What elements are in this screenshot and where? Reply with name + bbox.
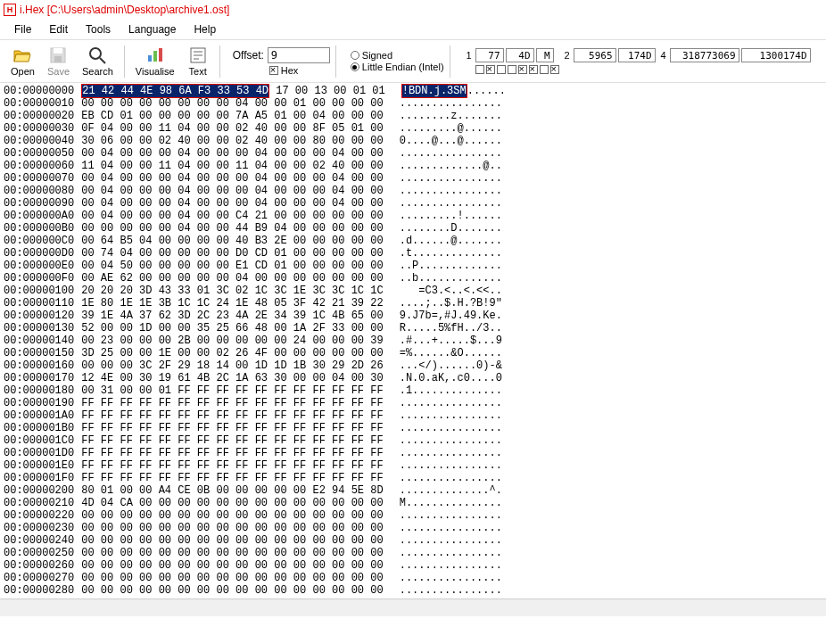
hex-checkbox-label: Hex bbox=[281, 65, 299, 76]
bit-checkbox[interactable] bbox=[497, 65, 506, 74]
byte-width-4: 4 bbox=[661, 50, 668, 61]
window-title: i.Hex [C:\Users\admin\Desktop\archive1.o… bbox=[20, 4, 229, 16]
val-2-dec[interactable] bbox=[574, 48, 616, 62]
menu-tools[interactable]: Tools bbox=[77, 21, 120, 37]
titlebar: H i.Hex [C:\Users\admin\Desktop\archive1… bbox=[0, 0, 826, 20]
open-label: Open bbox=[11, 66, 35, 77]
app-icon: H bbox=[4, 4, 16, 16]
bit-checkbox[interactable] bbox=[508, 65, 516, 74]
endian-radio[interactable] bbox=[351, 62, 359, 71]
menubar: File Edit Tools Language Help bbox=[0, 20, 826, 40]
magnifier-icon bbox=[87, 45, 107, 65]
open-button[interactable]: Open bbox=[5, 44, 40, 78]
svg-rect-1 bbox=[54, 48, 62, 54]
svg-rect-6 bbox=[153, 51, 157, 62]
val-1-char[interactable] bbox=[536, 48, 554, 62]
bit-checkbox[interactable] bbox=[518, 65, 527, 74]
visualise-label: Visualise bbox=[136, 66, 175, 77]
separator bbox=[450, 45, 450, 78]
floppy-icon bbox=[48, 45, 68, 65]
byte-width-1: 1 bbox=[467, 50, 474, 61]
offset-input[interactable] bbox=[268, 47, 330, 63]
svg-line-4 bbox=[100, 58, 105, 63]
value-grid: 1 2 4 bbox=[467, 48, 811, 74]
separator bbox=[219, 45, 220, 78]
svg-rect-2 bbox=[54, 56, 62, 62]
bit-checkbox[interactable] bbox=[529, 65, 538, 74]
separator bbox=[124, 45, 125, 78]
offset-label: Offset: bbox=[233, 49, 264, 62]
offset-panel: Offset: Hex bbox=[233, 47, 330, 76]
bit-checkbox[interactable] bbox=[540, 65, 549, 74]
bit-checkbox[interactable] bbox=[486, 65, 495, 74]
svg-rect-5 bbox=[148, 55, 152, 62]
val-4-dec[interactable] bbox=[670, 48, 739, 62]
save-button[interactable]: Save bbox=[42, 44, 75, 78]
save-label: Save bbox=[47, 66, 70, 77]
menu-language[interactable]: Language bbox=[120, 21, 185, 37]
signed-label: Signed bbox=[362, 50, 392, 61]
endian-label: Little Endian (Intel) bbox=[362, 62, 444, 72]
menu-file[interactable]: File bbox=[5, 21, 40, 37]
chart-icon bbox=[145, 45, 165, 65]
signed-radio[interactable] bbox=[351, 51, 359, 60]
svg-rect-7 bbox=[159, 48, 162, 62]
hex-view[interactable]: 00:0000000021 42 44 4E 98 6A F3 33 53 4D… bbox=[0, 83, 826, 599]
val-1-dec[interactable] bbox=[475, 48, 504, 62]
separator bbox=[335, 45, 336, 78]
statusbar bbox=[0, 599, 826, 616]
bit-checkbox[interactable] bbox=[475, 65, 484, 74]
search-label: Search bbox=[82, 66, 113, 77]
flags-panel: Signed Little Endian (Intel) bbox=[351, 50, 444, 72]
svg-point-3 bbox=[90, 48, 101, 59]
text-label: Text bbox=[189, 66, 207, 77]
val-1-hex[interactable] bbox=[506, 48, 534, 62]
search-button[interactable]: Search bbox=[77, 44, 119, 78]
bit-checkbox[interactable] bbox=[550, 65, 559, 74]
text-icon bbox=[188, 45, 208, 65]
val-2-hex[interactable] bbox=[618, 48, 656, 62]
toolbar: Open Save Search Visualise Text Offset: bbox=[0, 40, 826, 83]
menu-edit[interactable]: Edit bbox=[40, 21, 77, 37]
hex-checkbox[interactable] bbox=[269, 66, 278, 75]
folder-open-icon bbox=[12, 45, 32, 65]
menu-help[interactable]: Help bbox=[185, 21, 225, 37]
text-button[interactable]: Text bbox=[182, 44, 214, 78]
visualise-button[interactable]: Visualise bbox=[130, 44, 180, 78]
val-4-hex[interactable] bbox=[741, 48, 811, 62]
byte-width-2: 2 bbox=[565, 50, 572, 61]
